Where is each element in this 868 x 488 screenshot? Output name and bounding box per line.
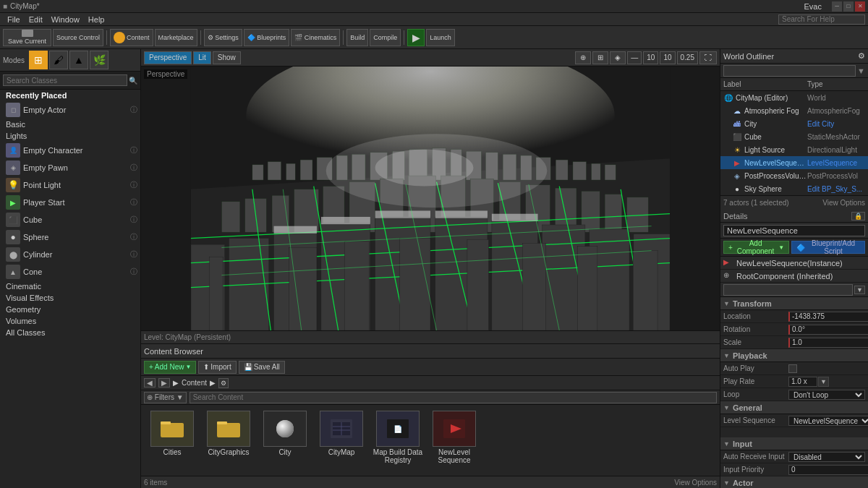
place-item-cube[interactable]: ⬛ Cube ⓘ bbox=[0, 211, 140, 228]
outliner-view-options[interactable]: View Options bbox=[822, 199, 865, 207]
details-component-sequence[interactable]: ▶ NewLevelSequence(Instance) bbox=[720, 257, 868, 270]
content-item-citymap-built[interactable]: 📄 Map Build Data Registry bbox=[373, 411, 423, 470]
settings-button[interactable]: ⚙ Settings bbox=[204, 29, 242, 46]
loop-select[interactable]: Don't Loop Loop bbox=[788, 390, 865, 400]
blueprint-add-script-button[interactable]: 🔷 Blueprint/Add Script bbox=[791, 241, 865, 254]
marketplace-button[interactable]: Marketplace bbox=[155, 29, 197, 46]
input-section-header[interactable]: ▼ Input bbox=[720, 437, 868, 450]
actor-section-header[interactable]: ▼ Actor bbox=[720, 476, 868, 488]
lit-button[interactable]: Lit bbox=[193, 51, 211, 64]
outliner-settings-icon[interactable]: ⚙ bbox=[858, 51, 865, 61]
content-search-input[interactable] bbox=[190, 392, 717, 403]
category-geometry[interactable]: Geometry bbox=[0, 304, 140, 315]
play-rate-dropdown[interactable]: ▼ bbox=[818, 377, 829, 387]
content-item-citymap[interactable]: CityMap bbox=[316, 411, 367, 470]
place-item-empty-pawn[interactable]: ◈ Empty Pawn ⓘ bbox=[0, 159, 140, 176]
playback-section-header[interactable]: ▼ Playback bbox=[720, 349, 868, 362]
details-search-input[interactable] bbox=[723, 284, 853, 296]
content-item-newlevelsequence[interactable]: NewLevel Sequence bbox=[429, 411, 480, 470]
save-all-button[interactable]: 💾Save All bbox=[239, 361, 285, 374]
landscape-mode-button[interactable]: ▲ bbox=[69, 51, 88, 69]
play-rate-input[interactable] bbox=[788, 377, 817, 387]
menu-edit[interactable]: Edit bbox=[25, 13, 47, 25]
foliage-mode-button[interactable]: 🌿 bbox=[90, 51, 109, 69]
details-component-root[interactable]: ⊕ RootComponent (Inherited) bbox=[720, 270, 868, 283]
maximize-button[interactable]: □ bbox=[843, 1, 854, 12]
menu-file[interactable]: File bbox=[3, 13, 25, 25]
show-button[interactable]: Show bbox=[213, 51, 241, 64]
place-item-sphere[interactable]: ● Sphere ⓘ bbox=[0, 228, 140, 246]
compile-button[interactable]: Compile bbox=[370, 29, 401, 46]
menu-window[interactable]: Window bbox=[47, 13, 84, 25]
save-current-button[interactable]: Save Current bbox=[3, 29, 51, 46]
outliner-filter-icon[interactable]: ▼ bbox=[857, 67, 865, 75]
category-lights[interactable]: Lights bbox=[0, 130, 140, 142]
input-priority-input[interactable] bbox=[788, 465, 868, 475]
place-item-empty-actor[interactable]: ◻ Empty Actor ⓘ bbox=[0, 101, 140, 119]
filters-button[interactable]: ⊕ Filters ▼ bbox=[144, 392, 187, 403]
content-item-cities[interactable]: Cities bbox=[147, 411, 197, 470]
category-all-classes[interactable]: All Classes bbox=[0, 327, 140, 338]
category-cinematic[interactable]: Cinematic bbox=[0, 281, 140, 292]
add-new-button[interactable]: +Add New ▼ bbox=[144, 361, 196, 374]
content-item-citygraphics[interactable]: CityGraphics bbox=[203, 411, 254, 470]
viewport-icon-btn-1[interactable]: ⊕ bbox=[575, 51, 591, 64]
import-button[interactable]: ⬆Import bbox=[198, 361, 236, 374]
viewport-icon-btn-3[interactable]: ◈ bbox=[610, 51, 626, 64]
play-button[interactable]: ▶ bbox=[407, 29, 425, 46]
menu-help[interactable]: Help bbox=[84, 13, 109, 25]
search-help-input[interactable] bbox=[778, 14, 865, 25]
input-section: ▼ Input Auto Receive Input Disabled Play… bbox=[720, 437, 868, 476]
paint-mode-button[interactable]: 🖌 bbox=[49, 51, 68, 69]
outliner-item-newlevelsequence[interactable]: ▶ NewLevelSequence LevelSequence bbox=[720, 156, 868, 169]
details-name-input[interactable] bbox=[723, 225, 865, 236]
category-recently-placed[interactable]: Recently Placed bbox=[0, 90, 140, 101]
content-button[interactable]: Content bbox=[110, 29, 153, 46]
outliner-item-postprocess[interactable]: ◈ PostProcessVolume PostProcessVol bbox=[720, 169, 868, 182]
outliner-item-sky-sphere[interactable]: ● Sky Sphere Edit BP_Sky_S... bbox=[720, 182, 868, 195]
minimize-button[interactable]: ─ bbox=[832, 1, 842, 12]
general-section-header[interactable]: ▼ General bbox=[720, 401, 868, 414]
auto-play-checkbox[interactable] bbox=[788, 364, 797, 373]
source-control-button[interactable]: Source Control bbox=[53, 29, 103, 46]
place-item-empty-character[interactable]: 👤 Empty Character ⓘ bbox=[0, 142, 140, 159]
launch-button[interactable]: Launch bbox=[426, 29, 455, 46]
content-item-city[interactable]: City bbox=[260, 411, 310, 470]
outliner-item-citymap-editor[interactable]: 🌐 CityMap (Editor) World bbox=[720, 91, 868, 104]
blueprints-button[interactable]: 🔷 Blueprints bbox=[244, 29, 290, 46]
level-seq-select[interactable]: NewLevelSequence bbox=[788, 416, 868, 426]
place-mode-button[interactable]: ⊞ bbox=[29, 51, 48, 69]
category-visual-effects[interactable]: Visual Effects bbox=[0, 292, 140, 304]
place-item-cylinder[interactable]: ⬤ Cylinder ⓘ bbox=[0, 246, 140, 263]
rotation-x-input[interactable] bbox=[788, 325, 868, 335]
build-button[interactable]: Build bbox=[346, 29, 368, 46]
path-settings-icon[interactable]: ⚙ bbox=[218, 378, 229, 388]
category-basic[interactable]: Basic bbox=[0, 119, 140, 130]
place-item-cone[interactable]: ▲ Cone ⓘ bbox=[0, 263, 140, 281]
outliner-search-input[interactable] bbox=[723, 65, 856, 77]
transform-section-header[interactable]: ▼ Transform bbox=[720, 297, 868, 310]
path-forward-button[interactable]: ▶ bbox=[158, 378, 170, 388]
details-lock-button[interactable]: 🔒 bbox=[851, 212, 865, 221]
details-filter-button[interactable]: ▼ bbox=[854, 286, 865, 294]
outliner-item-cube[interactable]: ⬛ Cube StaticMeshActor bbox=[720, 130, 868, 143]
path-back-button[interactable]: ◀ bbox=[144, 378, 156, 388]
viewport-icon-btn-2[interactable]: ⊞ bbox=[592, 51, 608, 64]
place-item-player-start[interactable]: ▶ Player Start ⓘ bbox=[0, 194, 140, 211]
outliner-item-atmospheric-fog[interactable]: ☁ Atmospheric Fog AtmosphericFog bbox=[720, 104, 868, 117]
outliner-item-city[interactable]: 🏙 City Edit City bbox=[720, 117, 868, 130]
scale-x-input[interactable] bbox=[788, 338, 868, 348]
add-component-button[interactable]: + Add Component ▼ bbox=[723, 241, 789, 254]
cinematics-button[interactable]: 🎬 Cinematics bbox=[291, 29, 340, 46]
location-x-input[interactable] bbox=[788, 312, 868, 322]
place-item-point-light[interactable]: 💡 Point Light ⓘ bbox=[0, 176, 140, 194]
category-volumes[interactable]: Volumes bbox=[0, 315, 140, 327]
search-classes-input[interactable] bbox=[3, 74, 127, 86]
maximize-viewport[interactable]: ⛶ bbox=[699, 51, 717, 64]
cb-view-options[interactable]: View Options bbox=[674, 479, 717, 487]
close-button[interactable]: ✕ bbox=[855, 1, 865, 12]
viewport-3d[interactable]: Perspective bbox=[141, 67, 720, 330]
outliner-item-light-source[interactable]: ☀ Light Source DirectionalLight bbox=[720, 143, 868, 156]
auto-receive-select[interactable]: Disabled Player 0 bbox=[788, 452, 865, 462]
perspective-button[interactable]: Perspective bbox=[144, 51, 192, 64]
